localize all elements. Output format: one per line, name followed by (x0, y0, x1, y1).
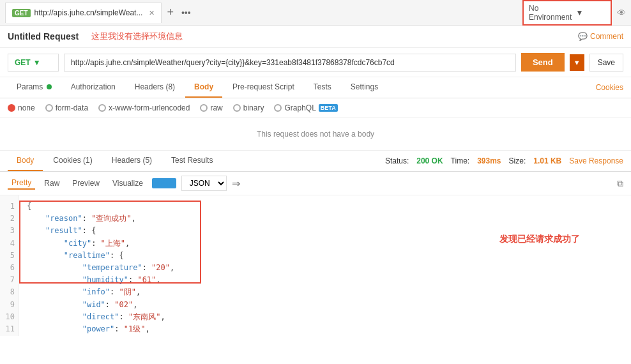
url-bar: GET ▼ Send ▼ Save (0, 48, 631, 77)
tab-headers[interactable]: Headers (8) (126, 77, 184, 98)
radio-none[interactable]: none (8, 103, 35, 112)
radio-raw-dot (200, 104, 208, 112)
comment-button[interactable]: 💬 Comment (578, 32, 623, 41)
tab-tests[interactable]: Tests (305, 77, 340, 98)
response-tab-cookies[interactable]: Cookies (1) (44, 151, 101, 171)
send-button[interactable]: Send (521, 53, 565, 72)
format-tab-visualize[interactable]: Visualize (109, 178, 147, 189)
format-selector[interactable]: JSON (181, 176, 227, 191)
method-selector[interactable]: GET ▼ (8, 54, 59, 72)
top-bar: GET http://apis.juhe.cn/simpleWeat... ✕ … (0, 0, 631, 26)
status-label: Status: (385, 156, 409, 165)
radio-graphql-dot (274, 104, 282, 112)
tab-body[interactable]: Body (185, 77, 222, 98)
response-status-bar: Status: 200 OK Time: 393ms Size: 1.01 KB… (385, 156, 623, 165)
size-value: 1.01 KB (533, 156, 561, 165)
comment-icon: 💬 (578, 32, 588, 41)
url-input[interactable] (64, 54, 516, 72)
radio-binary-label: binary (243, 103, 264, 112)
request-tabs-nav: Params Authorization Headers (8) Body Pr… (0, 77, 631, 98)
no-body-message: This request does not have a body (0, 118, 631, 151)
format-tab-preview[interactable]: Preview (68, 178, 103, 189)
json-viewer: 12345678910111213 { "reason": "查询成功", "r… (0, 195, 631, 336)
radio-urlencoded-label: x-www-form-urlencoded (109, 103, 190, 112)
request-tab[interactable]: GET http://apis.juhe.cn/simpleWeat... ✕ (5, 3, 162, 23)
add-tab-button[interactable]: + (162, 6, 179, 19)
time-label: Time: (451, 156, 470, 165)
eye-icon[interactable]: 👁 (617, 8, 626, 18)
tab-authorization[interactable]: Authorization (62, 77, 125, 98)
radio-graphql[interactable]: GraphQL BETA (274, 103, 337, 112)
line-numbers: 12345678910111213 (0, 195, 19, 336)
radio-urlencoded[interactable]: x-www-form-urlencoded (98, 103, 190, 112)
response-tab-body[interactable]: Body (8, 151, 43, 171)
more-tabs-button[interactable]: ••• (179, 8, 194, 18)
radio-raw-label: raw (210, 103, 222, 112)
format-tab-pretty[interactable]: Pretty (8, 177, 35, 190)
format-bar: Pretty Raw Preview Visualize BETA JSON ⇒… (0, 172, 631, 195)
radio-none-dot (8, 104, 15, 112)
method-label: GET (15, 58, 31, 67)
method-badge: GET (12, 9, 31, 17)
tab-pre-request[interactable]: Pre-request Script (224, 77, 303, 98)
status-value: 200 OK (416, 156, 443, 165)
format-tab-raw[interactable]: Raw (40, 178, 63, 189)
size-label: Size: (509, 156, 526, 165)
comment-label: Comment (590, 32, 623, 41)
radio-graphql-label: GraphQL (284, 103, 316, 112)
save-button[interactable]: Save (589, 54, 623, 72)
tab-label: http://apis.juhe.cn/simpleWeat... (34, 8, 143, 17)
response-tabs-nav: Body Cookies (1) Headers (5) Test Result… (0, 151, 631, 172)
response-tab-headers[interactable]: Headers (5) (103, 151, 161, 171)
method-dropdown-arrow-icon: ▼ (33, 58, 41, 67)
request-title: Untitled Request (8, 31, 79, 42)
body-options: none form-data x-www-form-urlencoded raw… (0, 98, 631, 118)
env-selector-container: No Environment ▼ 👁 (522, 0, 626, 26)
visualize-beta-badge: BETA (152, 178, 176, 188)
env-dropdown-arrow-icon: ▼ (575, 8, 605, 17)
json-content[interactable]: { "reason": "查询成功", "result": { "city": … (19, 195, 631, 336)
radio-form-data-dot (45, 104, 53, 112)
copy-icon[interactable]: ⧉ (617, 178, 623, 189)
cookies-link[interactable]: Cookies (596, 83, 623, 92)
graphql-beta-badge: BETA (319, 104, 338, 112)
radio-binary[interactable]: binary (233, 103, 264, 112)
response-tab-test-results[interactable]: Test Results (162, 151, 222, 171)
env-selector-label: No Environment (529, 4, 572, 22)
wrap-icon[interactable]: ⇒ (232, 178, 240, 190)
env-selector[interactable]: No Environment ▼ (522, 0, 612, 26)
radio-form-data[interactable]: form-data (45, 103, 88, 112)
radio-urlencoded-dot (98, 104, 106, 112)
radio-binary-dot (233, 104, 241, 112)
radio-none-label: none (18, 103, 35, 112)
request-title-bar: Untitled Request 这里我没有选择环境信息 💬 Comment (0, 26, 631, 48)
radio-raw[interactable]: raw (200, 103, 222, 112)
tab-close-icon[interactable]: ✕ (149, 9, 155, 17)
tab-params[interactable]: Params (8, 77, 61, 98)
tab-settings[interactable]: Settings (342, 77, 387, 98)
params-dot-icon (47, 84, 52, 89)
time-value: 393ms (477, 156, 501, 165)
save-response-button[interactable]: Save Response (569, 156, 623, 165)
radio-form-data-label: form-data (56, 103, 88, 112)
send-dropdown-button[interactable]: ▼ (570, 54, 584, 71)
env-annotation: 这里我没有选择环境信息 (91, 31, 183, 42)
